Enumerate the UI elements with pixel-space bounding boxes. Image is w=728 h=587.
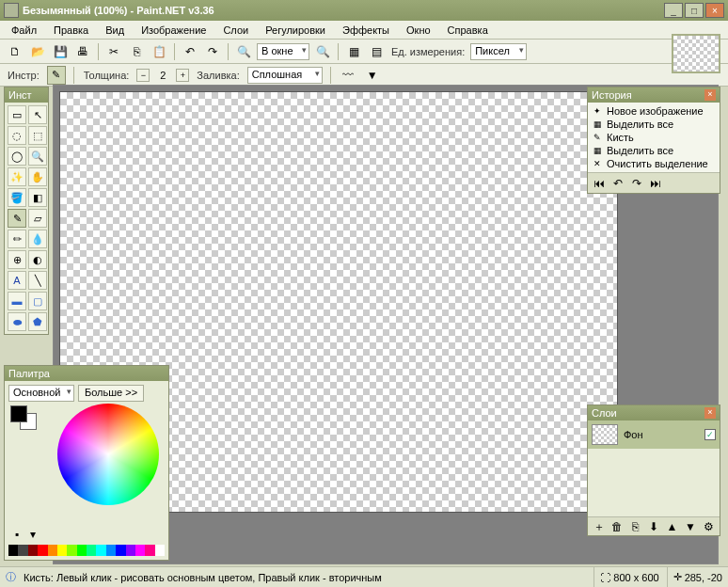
- palette-color[interactable]: [28, 545, 38, 556]
- palette-add-icon[interactable]: ▪: [10, 528, 24, 541]
- palette-color[interactable]: [106, 545, 116, 556]
- menu-4[interactable]: Слои: [215, 23, 256, 38]
- foreground-swatch[interactable]: [10, 405, 27, 422]
- zoom-tool[interactable]: 🔍: [28, 147, 47, 166]
- layer-down-button[interactable]: ▼: [683, 519, 697, 534]
- color-wheel[interactable]: [57, 404, 159, 505]
- history-item[interactable]: ▦Выделить все: [590, 118, 718, 131]
- menu-5[interactable]: Регулировки: [258, 23, 333, 38]
- picker-tool[interactable]: 💧: [28, 230, 47, 248]
- color-mode-dropdown[interactable]: Основной: [8, 385, 74, 402]
- clone-tool[interactable]: ⊕: [8, 250, 26, 269]
- fill-tool[interactable]: 🪣: [8, 188, 26, 207]
- pan-tool[interactable]: ✋: [28, 167, 47, 186]
- layer-row[interactable]: Фон ✓: [588, 420, 720, 449]
- current-tool-icon[interactable]: ✎: [47, 66, 66, 85]
- move-selection-tool[interactable]: ⬚: [28, 126, 47, 145]
- line-tool[interactable]: ╲: [28, 271, 47, 290]
- brush-tool[interactable]: ✎: [8, 209, 26, 228]
- palette-menu-icon[interactable]: ▾: [26, 528, 40, 541]
- palette-color[interactable]: [126, 545, 135, 556]
- menu-3[interactable]: Изображение: [134, 23, 214, 38]
- fill-dropdown[interactable]: Сплошная: [247, 67, 323, 84]
- menu-8[interactable]: Справка: [440, 23, 496, 38]
- magic-wand-tool[interactable]: ✨: [8, 167, 26, 186]
- menubar: ФайлПравкаВидИзображениеСлоиРегулировкиЭ…: [0, 21, 728, 40]
- move-tool[interactable]: ↖: [28, 105, 47, 124]
- history-close-button[interactable]: ×: [704, 89, 716, 101]
- ellipse-select-tool[interactable]: ◯: [8, 147, 26, 166]
- layer-up-button[interactable]: ▲: [665, 519, 679, 534]
- open-button[interactable]: 📂: [28, 42, 47, 61]
- units-dropdown[interactable]: Пиксел: [470, 43, 527, 60]
- menu-0[interactable]: Файл: [4, 23, 44, 38]
- freeform-tool[interactable]: ⬟: [28, 312, 47, 331]
- rect-select-tool[interactable]: ▭: [8, 105, 26, 124]
- history-item[interactable]: ✎Кисть: [590, 131, 718, 144]
- recolor-tool[interactable]: ◐: [28, 250, 47, 269]
- history-item[interactable]: ✕Очистить выделение: [590, 157, 718, 170]
- menu-6[interactable]: Эффекты: [335, 23, 397, 38]
- menu-2[interactable]: Вид: [98, 23, 132, 38]
- palette-color[interactable]: [57, 545, 67, 556]
- palette-color[interactable]: [155, 545, 165, 556]
- palette-color[interactable]: [77, 545, 87, 556]
- redo-button[interactable]: ↷: [203, 42, 222, 61]
- palette-color[interactable]: [8, 545, 18, 556]
- minimize-button[interactable]: _: [664, 3, 683, 18]
- ellipse-tool[interactable]: ⬬: [8, 312, 26, 331]
- maximize-button[interactable]: □: [685, 3, 704, 18]
- blend-button[interactable]: ▼: [363, 66, 382, 85]
- palette-color[interactable]: [18, 545, 27, 556]
- document-thumbnail[interactable]: [672, 34, 720, 73]
- history-rewind-button[interactable]: ⏮: [592, 176, 607, 191]
- gradient-tool[interactable]: ◧: [28, 188, 47, 207]
- palette-color[interactable]: [48, 545, 57, 556]
- more-button[interactable]: Больше >>: [78, 385, 144, 402]
- ruler-button[interactable]: ▤: [367, 42, 386, 61]
- antialias-button[interactable]: 〰: [339, 66, 357, 85]
- text-tool[interactable]: A: [8, 271, 26, 290]
- merge-layer-button[interactable]: ⬇: [646, 519, 660, 534]
- new-button[interactable]: 🗋: [6, 42, 24, 61]
- palette-color[interactable]: [67, 545, 76, 556]
- palette-color[interactable]: [116, 545, 125, 556]
- history-forward-button[interactable]: ⏭: [648, 176, 663, 191]
- width-decrease-button[interactable]: −: [136, 69, 150, 82]
- palette-color[interactable]: [38, 545, 47, 556]
- history-undo-button[interactable]: ↶: [610, 176, 625, 191]
- close-button[interactable]: ×: [705, 3, 724, 18]
- lasso-tool[interactable]: ◌: [8, 126, 26, 145]
- history-item[interactable]: ▦Выделить все: [590, 144, 718, 157]
- paste-button[interactable]: 📋: [150, 42, 168, 61]
- layers-close-button[interactable]: ×: [704, 407, 716, 419]
- history-redo-button[interactable]: ↷: [629, 176, 644, 191]
- add-layer-button[interactable]: ＋: [592, 519, 606, 534]
- grid-button[interactable]: ▦: [344, 42, 363, 61]
- pencil-tool[interactable]: ✏: [8, 230, 26, 248]
- rect-tool[interactable]: ▬: [8, 292, 26, 310]
- save-button[interactable]: 💾: [51, 42, 70, 61]
- delete-layer-button[interactable]: 🗑: [609, 519, 624, 534]
- history-item-icon: ✎: [592, 132, 603, 143]
- menu-1[interactable]: Правка: [46, 23, 96, 38]
- width-increase-button[interactable]: +: [176, 69, 189, 82]
- zoom-in-button[interactable]: 🔍: [313, 42, 332, 61]
- duplicate-layer-button[interactable]: ⎘: [628, 519, 642, 534]
- undo-button[interactable]: ↶: [181, 42, 199, 61]
- cut-button[interactable]: ✂: [104, 42, 123, 61]
- copy-button[interactable]: ⎘: [127, 42, 146, 61]
- menu-7[interactable]: Окно: [399, 23, 438, 38]
- palette-color[interactable]: [135, 545, 145, 556]
- layer-props-button[interactable]: ⚙: [702, 519, 716, 534]
- zoom-out-button[interactable]: 🔍: [234, 42, 253, 61]
- palette-color[interactable]: [87, 545, 96, 556]
- palette-color[interactable]: [96, 545, 105, 556]
- zoom-dropdown[interactable]: В окне: [257, 43, 309, 60]
- palette-color[interactable]: [145, 545, 154, 556]
- eraser-tool[interactable]: ▱: [28, 209, 47, 228]
- layer-visible-checkbox[interactable]: ✓: [704, 429, 716, 440]
- print-button[interactable]: 🖶: [73, 42, 92, 61]
- rrect-tool[interactable]: ▢: [28, 292, 47, 310]
- history-item[interactable]: ✦Новое изображение: [590, 104, 718, 118]
